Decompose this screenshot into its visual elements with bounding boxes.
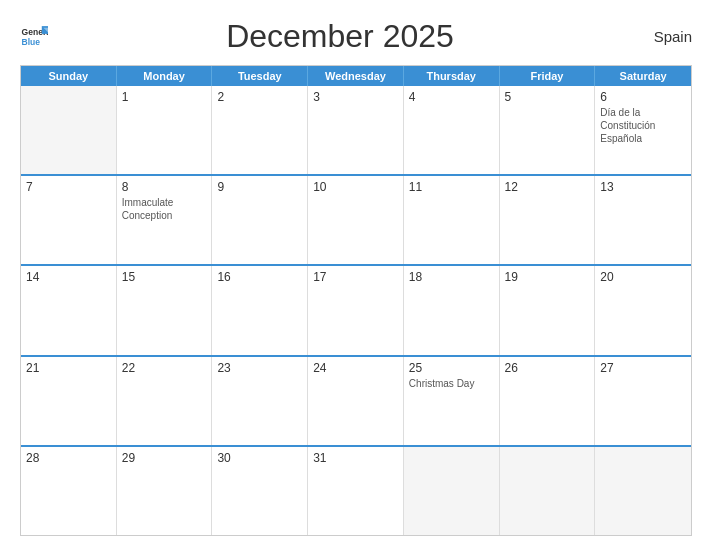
day-number: 26 (505, 361, 590, 375)
day-cell (595, 447, 691, 535)
day-number: 9 (217, 180, 302, 194)
header: General Blue December 2025 Spain (20, 18, 692, 55)
day-number: 1 (122, 90, 207, 104)
day-cell: 8Immaculate Conception (117, 176, 213, 264)
day-cell: 6Día de la Constitución Española (595, 86, 691, 174)
day-number: 2 (217, 90, 302, 104)
day-cell: 25Christmas Day (404, 357, 500, 445)
holiday-label: Día de la Constitución Española (600, 106, 686, 145)
day-number: 21 (26, 361, 111, 375)
day-cell (404, 447, 500, 535)
day-cell: 19 (500, 266, 596, 354)
day-number: 8 (122, 180, 207, 194)
day-number: 10 (313, 180, 398, 194)
day-cell: 26 (500, 357, 596, 445)
day-number: 25 (409, 361, 494, 375)
day-number: 4 (409, 90, 494, 104)
day-cell: 14 (21, 266, 117, 354)
day-number: 27 (600, 361, 686, 375)
day-number: 19 (505, 270, 590, 284)
day-headers-row: SundayMondayTuesdayWednesdayThursdayFrid… (21, 66, 691, 86)
day-cell: 4 (404, 86, 500, 174)
day-number: 6 (600, 90, 686, 104)
day-number: 30 (217, 451, 302, 465)
day-cell: 9 (212, 176, 308, 264)
day-cell: 29 (117, 447, 213, 535)
day-cell: 11 (404, 176, 500, 264)
day-number: 28 (26, 451, 111, 465)
day-cell: 2 (212, 86, 308, 174)
day-header-wednesday: Wednesday (308, 66, 404, 86)
holiday-label: Immaculate Conception (122, 196, 207, 222)
logo: General Blue (20, 23, 48, 51)
day-cell: 13 (595, 176, 691, 264)
day-cell: 1 (117, 86, 213, 174)
day-number: 5 (505, 90, 590, 104)
day-header-saturday: Saturday (595, 66, 691, 86)
day-header-friday: Friday (500, 66, 596, 86)
day-number: 11 (409, 180, 494, 194)
svg-text:Blue: Blue (22, 36, 41, 46)
day-number: 22 (122, 361, 207, 375)
week-row-3: 2122232425Christmas Day2627 (21, 355, 691, 445)
day-cell: 22 (117, 357, 213, 445)
day-header-monday: Monday (117, 66, 213, 86)
day-cell: 12 (500, 176, 596, 264)
holiday-label: Christmas Day (409, 377, 494, 390)
day-header-tuesday: Tuesday (212, 66, 308, 86)
day-cell: 3 (308, 86, 404, 174)
day-number: 13 (600, 180, 686, 194)
page: General Blue December 2025 Spain SundayM… (0, 0, 712, 550)
day-number: 3 (313, 90, 398, 104)
weeks-container: 123456Día de la Constitución Española78I… (21, 86, 691, 535)
day-number: 16 (217, 270, 302, 284)
day-cell: 20 (595, 266, 691, 354)
day-number: 23 (217, 361, 302, 375)
page-title: December 2025 (48, 18, 632, 55)
day-number: 17 (313, 270, 398, 284)
day-cell: 30 (212, 447, 308, 535)
day-number: 31 (313, 451, 398, 465)
day-cell: 7 (21, 176, 117, 264)
day-header-sunday: Sunday (21, 66, 117, 86)
week-row-1: 78Immaculate Conception910111213 (21, 174, 691, 264)
day-number: 14 (26, 270, 111, 284)
day-number: 24 (313, 361, 398, 375)
calendar: SundayMondayTuesdayWednesdayThursdayFrid… (20, 65, 692, 536)
day-cell: 31 (308, 447, 404, 535)
day-cell: 16 (212, 266, 308, 354)
day-cell (21, 86, 117, 174)
day-number: 18 (409, 270, 494, 284)
day-number: 29 (122, 451, 207, 465)
day-number: 20 (600, 270, 686, 284)
day-cell: 15 (117, 266, 213, 354)
day-cell: 24 (308, 357, 404, 445)
week-row-2: 14151617181920 (21, 264, 691, 354)
day-number: 12 (505, 180, 590, 194)
week-row-0: 123456Día de la Constitución Española (21, 86, 691, 174)
logo-icon: General Blue (20, 23, 48, 51)
day-cell: 10 (308, 176, 404, 264)
day-cell: 17 (308, 266, 404, 354)
day-cell: 21 (21, 357, 117, 445)
day-cell: 23 (212, 357, 308, 445)
day-cell (500, 447, 596, 535)
day-cell: 28 (21, 447, 117, 535)
day-number: 15 (122, 270, 207, 284)
week-row-4: 28293031 (21, 445, 691, 535)
day-number: 7 (26, 180, 111, 194)
country-label: Spain (632, 28, 692, 45)
day-cell: 18 (404, 266, 500, 354)
day-cell: 27 (595, 357, 691, 445)
day-header-thursday: Thursday (404, 66, 500, 86)
day-cell: 5 (500, 86, 596, 174)
